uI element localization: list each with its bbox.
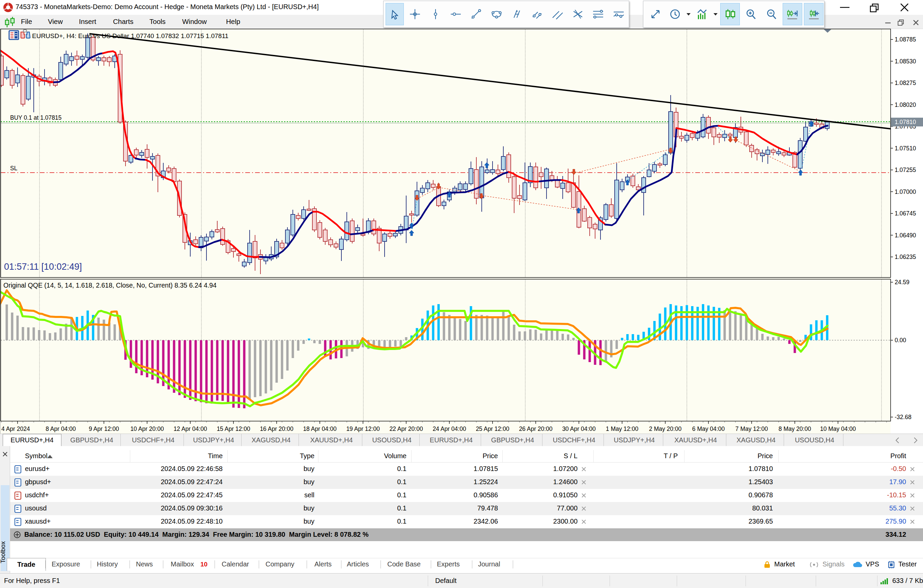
svg-text:1.08530: 1.08530 bbox=[895, 58, 916, 65]
svg-text:10 May 04:00: 10 May 04:00 bbox=[820, 426, 856, 432]
svg-text:8 May 20:00: 8 May 20:00 bbox=[778, 426, 811, 432]
svg-text:2 May 20:00: 2 May 20:00 bbox=[649, 426, 682, 432]
svg-text:1 May 12:00: 1 May 12:00 bbox=[606, 426, 639, 432]
svg-text:1.08275: 1.08275 bbox=[895, 80, 916, 86]
svg-text:Toolbox: Toolbox bbox=[0, 541, 7, 563]
svg-text:24.59: 24.59 bbox=[895, 279, 910, 285]
svg-text:18 Apr 04:00: 18 Apr 04:00 bbox=[303, 426, 337, 432]
svg-text:1.07810: 1.07810 bbox=[895, 119, 916, 125]
svg-text:01:57:11 [10:02:49]: 01:57:11 [10:02:49] bbox=[4, 262, 82, 272]
svg-text:1.08785: 1.08785 bbox=[895, 36, 916, 43]
svg-text:EURUSD+, H4: Euro vs US Dolla: EURUSD+, H4: Euro vs US Dollar 1.07740 1… bbox=[32, 32, 228, 39]
svg-text:4 Apr 2024: 4 Apr 2024 bbox=[2, 426, 30, 432]
svg-text:BUY 0.1 at 1.07815: BUY 0.1 at 1.07815 bbox=[10, 114, 61, 121]
svg-text:1.06235: 1.06235 bbox=[895, 254, 916, 260]
svg-text:19 Apr 12:00: 19 Apr 12:00 bbox=[346, 426, 380, 432]
svg-text:6 May 04:00: 6 May 04:00 bbox=[692, 426, 725, 432]
svg-text:25 Apr 12:00: 25 Apr 12:00 bbox=[476, 426, 509, 432]
svg-text:30 Apr 04:00: 30 Apr 04:00 bbox=[562, 426, 596, 432]
svg-text:1.06745: 1.06745 bbox=[895, 210, 916, 217]
svg-text:Original QQE (14, 5, 14, 1.618: Original QQE (14, 5, 14, 1.618, 2.618, C… bbox=[3, 282, 217, 289]
svg-text:8 Apr 04:00: 8 Apr 04:00 bbox=[46, 426, 76, 432]
svg-text:1.08020: 1.08020 bbox=[895, 102, 916, 108]
svg-text:SL: SL bbox=[10, 165, 18, 172]
svg-text:9 Apr 12:00: 9 Apr 12:00 bbox=[89, 426, 119, 432]
svg-text:0.00: 0.00 bbox=[895, 337, 906, 344]
svg-text:26 Apr 20:00: 26 Apr 20:00 bbox=[519, 426, 553, 432]
svg-text:16 Apr 20:00: 16 Apr 20:00 bbox=[260, 426, 294, 432]
svg-text:1.07255: 1.07255 bbox=[895, 167, 916, 173]
svg-text:1.07000: 1.07000 bbox=[895, 188, 916, 195]
svg-text:24 Apr 04:00: 24 Apr 04:00 bbox=[432, 426, 466, 432]
svg-text:10 Apr 20:00: 10 Apr 20:00 bbox=[130, 426, 164, 432]
svg-text:1.06490: 1.06490 bbox=[895, 232, 916, 239]
svg-text:7 May 12:00: 7 May 12:00 bbox=[736, 426, 768, 432]
svg-text:-32.68: -32.68 bbox=[895, 414, 912, 421]
svg-text:12 Apr 04:00: 12 Apr 04:00 bbox=[173, 426, 207, 432]
svg-text:15 Apr 12:00: 15 Apr 12:00 bbox=[217, 426, 250, 432]
svg-text:22 Apr 20:00: 22 Apr 20:00 bbox=[389, 426, 423, 432]
svg-text:1.07510: 1.07510 bbox=[895, 145, 916, 152]
